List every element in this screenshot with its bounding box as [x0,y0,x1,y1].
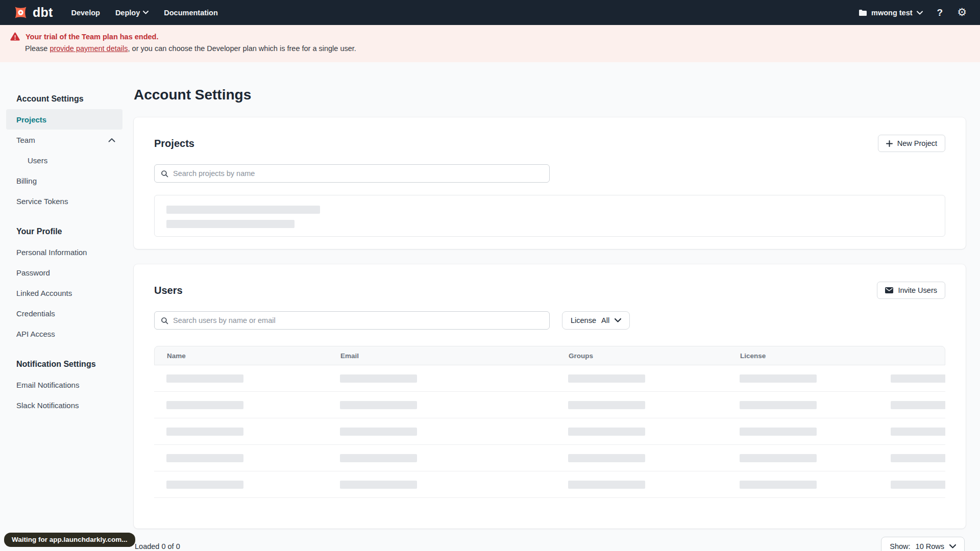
top-nav: dbt Develop Deploy Documentation mwong t… [0,0,980,25]
chevron-down-icon [143,11,149,14]
dbt-logo-icon [12,4,29,21]
account-switcher[interactable]: mwong test [859,9,923,17]
sidebar-item-credentials[interactable]: Credentials [6,303,122,323]
chevron-down-icon [917,11,923,15]
sidebar-item-users[interactable]: Users [6,150,122,170]
users-table-header: Name Email Groups License [154,346,945,365]
column-header-license: License [740,346,766,365]
help-icon: ? [937,7,943,18]
search-icon [161,317,168,324]
plus-icon [886,140,893,147]
table-row-skeleton [154,392,945,418]
sidebar-item-team[interactable]: Team [6,130,122,150]
help-button[interactable]: ? [937,7,943,18]
table-row-skeleton [154,471,945,498]
banner-title: Your trial of the Team plan has ended. [26,33,159,41]
sidebar-heading-notification-settings: Notification Settings [6,354,122,374]
skeleton-bar [166,206,320,214]
column-header-email: Email [340,346,359,365]
sidebar-item-personal-information[interactable]: Personal Information [6,242,122,262]
settings-sidebar: Account Settings Projects Team Users Bil… [6,89,122,415]
project-search-box [154,164,550,183]
nav-item-deploy[interactable]: Deploy [115,9,149,17]
project-search-input[interactable] [173,169,543,178]
chevron-down-icon [615,318,621,322]
account-name: mwong test [871,9,913,17]
chevron-down-icon [949,544,956,548]
page-title: Account Settings [134,87,966,103]
users-table: Name Email Groups License [154,346,945,498]
loaded-count: Loaded 0 of 0 [135,542,180,550]
sidebar-item-password[interactable]: Password [6,262,122,283]
column-header-groups: Groups [569,346,593,365]
nav-item-documentation[interactable]: Documentation [164,9,218,17]
users-card: Users Invite Users License All [134,264,966,529]
sidebar-item-billing[interactable]: Billing [6,170,122,191]
sidebar-item-service-tokens[interactable]: Service Tokens [6,191,122,211]
new-project-button[interactable]: New Project [878,135,945,152]
warning-icon [10,32,20,41]
dbt-logo-text: dbt [33,5,53,20]
projects-card-title: Projects [154,138,194,149]
skeleton-bar [166,220,295,228]
sidebar-heading-your-profile: Your Profile [6,221,122,242]
sidebar-heading-account-settings: Account Settings [6,89,122,109]
provide-payment-details-link[interactable]: provide payment details [50,44,128,53]
sidebar-item-projects[interactable]: Projects [6,109,122,130]
sidebar-item-api-access[interactable]: API Access [6,323,122,344]
sidebar-item-email-notifications[interactable]: Email Notifications [6,374,122,395]
sidebar-item-slack-notifications[interactable]: Slack Notifications [6,395,122,415]
user-search-input[interactable] [173,316,543,324]
trial-ended-banner: Your trial of the Team plan has ended. P… [0,25,980,62]
dbt-logo[interactable]: dbt [12,4,53,21]
users-card-title: Users [154,285,183,296]
user-search-box [154,311,550,330]
invite-users-button[interactable]: Invite Users [877,282,945,299]
table-row-skeleton [154,445,945,471]
chevron-up-icon [108,138,115,142]
show-rows-dropdown[interactable]: Show: 10 Rows [881,537,965,551]
table-row-skeleton [154,418,945,445]
projects-card: Projects New Project [134,117,966,249]
nav-item-develop[interactable]: Develop [71,9,100,17]
folder-icon [859,9,867,16]
license-filter-dropdown[interactable]: License All [562,311,630,330]
gear-icon: ⚙ [957,7,967,18]
sidebar-item-linked-accounts[interactable]: Linked Accounts [6,283,122,303]
projects-loading-skeleton [154,195,945,237]
settings-button[interactable]: ⚙ [957,7,967,18]
main-content: Account Settings Projects New Project [134,82,966,551]
table-row-skeleton [154,365,945,392]
column-header-name: Name [167,346,186,365]
banner-message: Please provide payment details, or you c… [25,44,980,53]
envelope-icon [885,287,893,293]
users-list-footer: Loaded 0 of 0 Show: 10 Rows [134,537,966,551]
search-icon [161,170,168,178]
browser-status-bubble: Waiting for app.launchdarkly.com... [4,533,135,547]
